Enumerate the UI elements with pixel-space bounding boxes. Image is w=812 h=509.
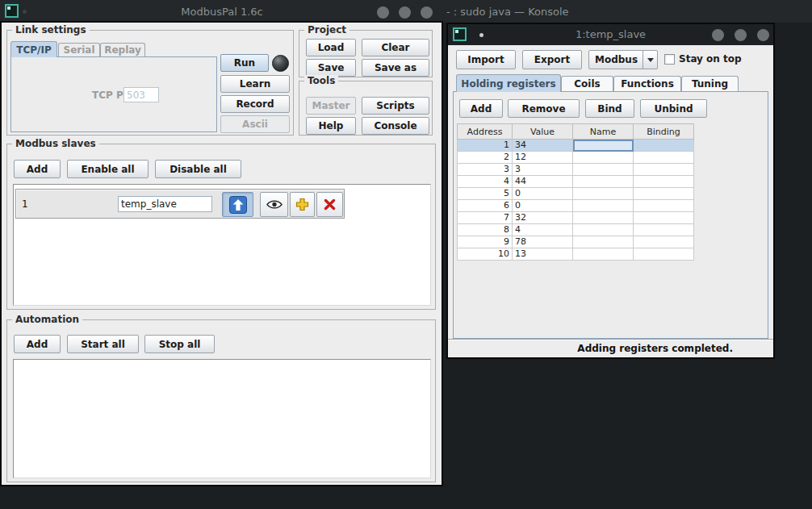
cell-address[interactable]: 1: [458, 140, 513, 152]
col-header-address[interactable]: Address: [458, 124, 513, 140]
cell-address[interactable]: 10: [458, 248, 513, 261]
table-row[interactable]: 84: [458, 224, 694, 236]
close-button[interactable]: [421, 6, 433, 19]
cell-name[interactable]: [573, 176, 634, 188]
cell-name[interactable]: [573, 248, 634, 261]
tab-tcpip[interactable]: TCP/IP: [10, 41, 57, 57]
run-button[interactable]: Run: [220, 54, 269, 72]
cell-binding[interactable]: [634, 248, 694, 261]
add-register-button[interactable]: Add: [459, 99, 503, 118]
app-icon[interactable]: [5, 4, 19, 18]
cell-binding[interactable]: [634, 140, 694, 152]
table-row[interactable]: 1013: [458, 248, 694, 261]
cell-value[interactable]: 0: [513, 188, 573, 200]
stop-all-button[interactable]: Stop all: [144, 335, 215, 353]
scripts-button[interactable]: Scripts: [362, 97, 429, 115]
cell-binding[interactable]: [634, 224, 694, 236]
add-automation-button[interactable]: Add: [14, 335, 61, 353]
cell-address[interactable]: 9: [458, 236, 513, 248]
table-row[interactable]: 60: [458, 200, 694, 212]
remove-register-button[interactable]: Remove: [508, 99, 580, 118]
table-row[interactable]: 978: [458, 236, 694, 248]
disable-all-button[interactable]: Disable all: [155, 160, 241, 178]
save-button[interactable]: Save: [306, 59, 356, 77]
clear-button[interactable]: Clear: [362, 39, 429, 56]
load-button[interactable]: Load: [306, 39, 356, 56]
add-slave-button[interactable]: Add: [14, 160, 61, 178]
start-all-button[interactable]: Start all: [67, 335, 139, 353]
cell-address[interactable]: 8: [458, 224, 513, 236]
cell-name[interactable]: [573, 224, 634, 236]
slave-view-button[interactable]: [260, 192, 288, 217]
save-as-button[interactable]: Save as: [362, 59, 429, 77]
col-header-name[interactable]: Name: [573, 124, 634, 140]
import-button[interactable]: Import: [456, 50, 516, 69]
cell-value[interactable]: 12: [513, 152, 573, 164]
help-button[interactable]: Help: [306, 117, 356, 135]
cell-value[interactable]: 0: [513, 200, 573, 212]
console-button[interactable]: Console: [362, 117, 429, 135]
tab-holding-registers[interactable]: Holding registers: [456, 74, 561, 92]
cell-binding[interactable]: [634, 236, 694, 248]
cell-binding[interactable]: [634, 176, 694, 188]
cell-address[interactable]: 6: [458, 200, 513, 212]
cell-name[interactable]: [573, 140, 634, 152]
cell-address[interactable]: 4: [458, 176, 513, 188]
tab-serial[interactable]: Serial: [58, 43, 100, 56]
table-row[interactable]: 732: [458, 212, 694, 224]
slave-maximize-button[interactable]: [735, 29, 747, 41]
col-header-value[interactable]: Value: [513, 124, 573, 140]
table-row[interactable]: 134: [458, 140, 694, 152]
combo-dropdown-button[interactable]: [642, 51, 657, 69]
minimize-button[interactable]: [377, 6, 389, 19]
cell-value[interactable]: 4: [513, 224, 573, 236]
cell-value[interactable]: 3: [513, 164, 573, 176]
record-button[interactable]: Record: [220, 95, 290, 113]
cell-value[interactable]: 34: [513, 140, 573, 152]
cell-address[interactable]: 7: [458, 212, 513, 224]
bind-button[interactable]: Bind: [585, 99, 634, 118]
slave-minimize-button[interactable]: [712, 29, 724, 41]
slave-duplicate-button[interactable]: [290, 192, 315, 217]
cell-address[interactable]: 2: [458, 152, 513, 164]
cell-binding[interactable]: [634, 188, 694, 200]
cell-name[interactable]: [573, 188, 634, 200]
slave-delete-button[interactable]: [316, 192, 343, 217]
table-row[interactable]: 212: [458, 152, 694, 164]
cell-name[interactable]: [573, 152, 634, 164]
table-row[interactable]: 444: [458, 176, 694, 188]
tab-coils[interactable]: Coils: [561, 76, 613, 91]
tab-tuning[interactable]: Tuning: [681, 76, 739, 91]
cell-binding[interactable]: [634, 152, 694, 164]
cell-name[interactable]: [573, 164, 634, 176]
cell-binding[interactable]: [634, 164, 694, 176]
cell-value[interactable]: 78: [513, 236, 573, 248]
cell-name[interactable]: [573, 200, 634, 212]
tab-replay[interactable]: Replay: [100, 43, 145, 56]
table-row[interactable]: 50: [458, 188, 694, 200]
enable-all-button[interactable]: Enable all: [67, 160, 149, 178]
cell-name[interactable]: [573, 236, 634, 248]
slave-row[interactable]: 1: [15, 189, 345, 219]
maximize-button[interactable]: [399, 6, 411, 19]
export-button[interactable]: Export: [522, 50, 582, 69]
col-header-binding[interactable]: Binding: [634, 124, 694, 140]
master-button[interactable]: Master: [306, 97, 356, 115]
cell-name[interactable]: [573, 212, 634, 224]
cell-value[interactable]: 32: [513, 212, 573, 224]
ascii-button[interactable]: Ascii: [220, 115, 290, 133]
slave-name-input[interactable]: [118, 196, 212, 212]
cell-value[interactable]: 44: [513, 176, 573, 188]
cell-address[interactable]: 3: [458, 164, 513, 176]
tab-functions[interactable]: Functions: [613, 76, 681, 91]
slave-enable-toggle[interactable]: [222, 192, 253, 217]
stay-on-top-checkbox[interactable]: [664, 54, 675, 65]
slave-close-button[interactable]: [757, 29, 769, 41]
cell-value[interactable]: 13: [513, 248, 573, 261]
modbus-mode-select[interactable]: Modbus: [588, 50, 658, 69]
table-row[interactable]: 33: [458, 164, 694, 176]
cell-address[interactable]: 5: [458, 188, 513, 200]
tcp-port-input[interactable]: [123, 87, 159, 102]
unbind-button[interactable]: Unbind: [640, 99, 707, 118]
learn-button[interactable]: Learn: [220, 75, 290, 93]
